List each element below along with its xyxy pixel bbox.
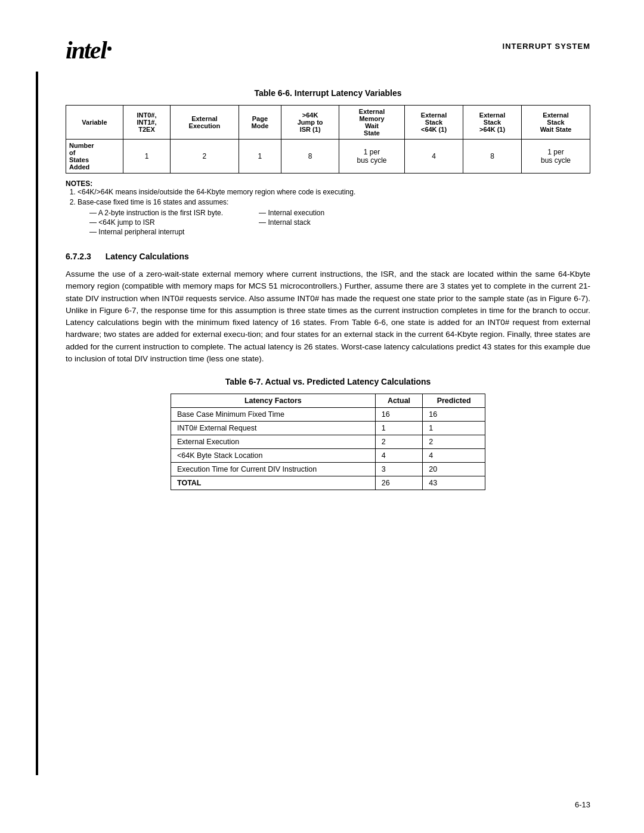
val-int0: 1 bbox=[123, 140, 170, 174]
col-page-mode: PageMode bbox=[239, 106, 281, 140]
col-ext-exec: ExternalExecution bbox=[171, 106, 239, 140]
col-ext-stack-wait: ExternalStackWait State bbox=[522, 106, 590, 140]
table2-caption: Table 6-7. Actual vs. Predicted Latency … bbox=[66, 377, 590, 386]
val-ext-mem-wait: 1 perbus cycle bbox=[339, 140, 405, 174]
table1-caption: Table 6-6. Interrupt Latency Variables bbox=[66, 88, 590, 98]
note-2-sub-5: — Internal stack bbox=[259, 218, 324, 227]
col-predicted: Predicted bbox=[423, 394, 485, 408]
actual-3: 2 bbox=[375, 435, 423, 449]
row-header-label: NumberofStatesAdded bbox=[66, 140, 123, 174]
table1: Variable INT0#,INT1#,T2EX ExternalExecut… bbox=[66, 105, 590, 174]
factor-5: Execution Time for Current DIV Instructi… bbox=[171, 463, 376, 476]
page: intel INTERRUPT SYSTEM Table 6-6. Interr… bbox=[0, 0, 644, 833]
section-number: 6.7.2.3 bbox=[66, 252, 91, 261]
note-2-sub-2: — <64K jump to ISR bbox=[89, 218, 223, 227]
factor-3: External Execution bbox=[171, 435, 376, 449]
actual-5: 3 bbox=[375, 463, 423, 476]
col-ext-stack-lt64k: ExternalStack<64K (1) bbox=[405, 106, 463, 140]
col-actual: Actual bbox=[375, 394, 423, 408]
col-64k-jump: >64KJump toISR (1) bbox=[281, 106, 339, 140]
section-heading: 6.7.2.3 Latency Calculations bbox=[66, 252, 590, 261]
predicted-4: 4 bbox=[423, 449, 485, 463]
actual-1: 16 bbox=[375, 408, 423, 422]
col-ext-stack-gt64k: ExternalStack>64K (1) bbox=[463, 106, 522, 140]
left-margin-bar bbox=[36, 72, 38, 775]
body-paragraph: Assume the use of a zero-wait-state exte… bbox=[66, 268, 590, 365]
val-ext-exec: 2 bbox=[171, 140, 239, 174]
notes-title: NOTES: bbox=[66, 179, 590, 188]
table-row: External Execution 2 2 bbox=[171, 435, 485, 449]
predicted-5: 20 bbox=[423, 463, 485, 476]
notes-section: NOTES: <64K/>64K means inside/outside th… bbox=[66, 179, 590, 237]
header-title: INTERRUPT SYSTEM bbox=[503, 36, 590, 51]
notes-list: <64K/>64K means inside/outside the 64-Kb… bbox=[78, 188, 590, 237]
factor-2: INT0# External Request bbox=[171, 422, 376, 435]
table-row: <64K Byte Stack Location 4 4 bbox=[171, 449, 485, 463]
note-2: Base-case fixed time is 16 states and as… bbox=[78, 198, 590, 237]
val-ext-stack-gt64k: 8 bbox=[463, 140, 522, 174]
note-2-sub-3: — Internal peripheral interrupt bbox=[89, 228, 223, 236]
col-ext-mem-wait: ExternalMemoryWaitState bbox=[339, 106, 405, 140]
table-row: Base Case Minimum Fixed Time 16 16 bbox=[171, 408, 485, 422]
table-row: INT0# External Request 1 1 bbox=[171, 422, 485, 435]
intel-logo: intel bbox=[66, 36, 112, 64]
predicted-1: 16 bbox=[423, 408, 485, 422]
val-ext-stack-wait: 1 perbus cycle bbox=[522, 140, 590, 174]
note-1: <64K/>64K means inside/outside the 64-Kb… bbox=[78, 188, 590, 196]
predicted-3: 2 bbox=[423, 435, 485, 449]
factor-total: TOTAL bbox=[171, 476, 376, 490]
actual-4: 4 bbox=[375, 449, 423, 463]
note-2-sub-4: — Internal execution bbox=[259, 209, 324, 217]
val-64k-jump: 8 bbox=[281, 140, 339, 174]
page-number: 6-13 bbox=[575, 800, 590, 809]
section-title: Latency Calculations bbox=[106, 252, 189, 261]
actual-total: 26 bbox=[375, 476, 423, 490]
actual-2: 1 bbox=[375, 422, 423, 435]
factor-1: Base Case Minimum Fixed Time bbox=[171, 408, 376, 422]
val-ext-stack-lt64k: 4 bbox=[405, 140, 463, 174]
predicted-2: 1 bbox=[423, 422, 485, 435]
header: intel INTERRUPT SYSTEM bbox=[66, 36, 590, 64]
table-row: TOTAL 26 43 bbox=[171, 476, 485, 490]
note-2-sub-1: — A 2-byte instruction is the first ISR … bbox=[89, 209, 223, 217]
col-latency-factors: Latency Factors bbox=[171, 394, 376, 408]
col-int0: INT0#,INT1#,T2EX bbox=[123, 106, 170, 140]
table-row: Execution Time for Current DIV Instructi… bbox=[171, 463, 485, 476]
predicted-total: 43 bbox=[423, 476, 485, 490]
col-variable: Variable bbox=[66, 106, 123, 140]
table2: Latency Factors Actual Predicted Base Ca… bbox=[171, 394, 485, 490]
val-page-mode: 1 bbox=[239, 140, 281, 174]
factor-4: <64K Byte Stack Location bbox=[171, 449, 376, 463]
